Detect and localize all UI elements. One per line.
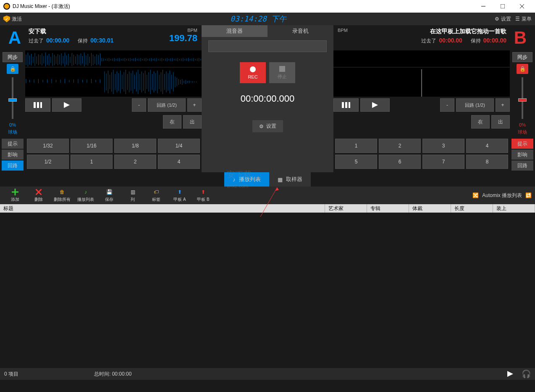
deck-b-waveform[interactable] — [333, 50, 510, 97]
deck-b-lock-button[interactable]: 🔒 — [517, 64, 528, 74]
top-toolbar: ✓ 激活 03:14:28 下午 ⚙ 设置 ☰ 菜单 — [0, 13, 535, 25]
record-settings-button[interactable]: ⚙ 设置 — [252, 120, 283, 132]
deck-a-loop-minus[interactable]: - — [132, 98, 146, 112]
deck-b-tab-loop[interactable]: 回路 — [511, 160, 533, 171]
deck-b-pad-5[interactable]: 5 — [335, 155, 377, 169]
maximize-button[interactable] — [493, 0, 512, 13]
deck-a-sync-button[interactable]: 同步 — [3, 52, 23, 62]
deck-a-tab-loop[interactable]: 回路 — [2, 160, 24, 171]
tool-tags[interactable]: 🏷标签 — [144, 188, 168, 203]
upload-icon: ⬆ — [199, 188, 207, 196]
deck-b-pad-3[interactable]: 3 — [422, 139, 464, 153]
col-album[interactable]: 专辑 — [367, 204, 409, 213]
tool-columns[interactable]: ▥列 — [121, 188, 144, 203]
deck-a-elapsed: 00:00.00 — [46, 37, 69, 44]
deck-b-pad-1[interactable]: 1 — [335, 139, 377, 153]
deck-b: B 在这甲板上加载它拖动一首歌 过去了00:00.00 保持00:00.00 B… — [333, 25, 535, 172]
annotation-arrow — [256, 187, 281, 221]
close-button[interactable] — [512, 0, 532, 13]
deck-a-pad-2[interactable]: 1/16 — [71, 139, 113, 153]
gear-icon: ⚙ — [495, 16, 499, 22]
svg-rect-188 — [349, 102, 350, 108]
deck-b-loop-plus[interactable]: + — [496, 98, 510, 112]
deck-b-elapsed-label: 过去了 — [421, 37, 436, 45]
deck-b-loop-minus[interactable]: - — [440, 98, 454, 112]
deck-a-tab-cue[interactable]: 提示 — [2, 139, 24, 149]
deck-b-sync-button[interactable]: 同步 — [512, 52, 532, 62]
svg-rect-1 — [501, 4, 505, 8]
deck-b-loop-out[interactable]: 出 — [491, 115, 510, 129]
deck-b-pitch-slider[interactable] — [517, 77, 527, 119]
deck-b-loop-in[interactable]: 在 — [471, 115, 490, 129]
columns-icon: ▥ — [129, 188, 136, 196]
svg-point-182 — [250, 66, 256, 72]
recording-name-input[interactable] — [208, 40, 327, 52]
deck-b-elapsed: 00:00.00 — [439, 37, 462, 44]
automix-label: Automix 播放列表 — [482, 192, 522, 199]
col-length[interactable]: 长度 — [451, 204, 493, 213]
deck-b-pad-6[interactable]: 6 — [379, 155, 421, 169]
settings-label: 设置 — [501, 16, 511, 23]
tool-delete-all[interactable]: 🗑删除所有 — [50, 188, 74, 203]
deck-a-loop-out[interactable]: 出 — [183, 115, 202, 129]
deck-a-pad-3[interactable]: 1/8 — [114, 139, 156, 153]
playlist-table-body[interactable] — [0, 213, 535, 368]
deck-b-loop-display[interactable]: 回路 (1/2) — [456, 98, 494, 112]
deck-a-tab-fx[interactable]: 影响 — [2, 150, 24, 160]
record-button[interactable]: REC — [240, 62, 266, 83]
deck-a-pause-button[interactable] — [25, 98, 50, 112]
tool-delete[interactable]: 删除 — [27, 188, 50, 203]
deck-a-pad-1[interactable]: 1/32 — [27, 139, 69, 153]
deck-a-loop-in[interactable]: 在 — [163, 115, 181, 129]
minimize-button[interactable] — [474, 0, 493, 13]
deck-a-pad-7[interactable]: 2 — [114, 155, 156, 169]
stop-record-button[interactable]: 停止 — [269, 62, 295, 83]
tool-deck-a[interactable]: ⬆甲板 A — [168, 188, 191, 203]
status-play-button[interactable] — [507, 371, 513, 377]
col-genre[interactable]: 体裁 — [409, 204, 451, 213]
col-artist[interactable]: 艺术家 — [325, 204, 367, 213]
window-title: DJ Music Mixer - (非激活) — [13, 3, 474, 10]
deck-a-pad-5[interactable]: 1/2 — [27, 155, 69, 169]
shuffle-icon: 🔀 — [472, 192, 479, 198]
tool-deck-b[interactable]: ⬆甲板 B — [191, 188, 215, 203]
activate-button[interactable]: ✓ 激活 — [3, 16, 22, 23]
deck-b-pad-4[interactable]: 4 — [466, 139, 508, 153]
deck-a-bpm: 199.78 — [169, 33, 197, 44]
deck-b-pause-button[interactable] — [333, 98, 359, 112]
automix-button[interactable]: 🔀 Automix 播放列表 🔁 — [472, 192, 532, 199]
deck-a-pad-8[interactable]: 4 — [158, 155, 200, 169]
tool-save[interactable]: 💾保存 — [97, 188, 121, 203]
deck-b-tab-cue[interactable]: 提示 — [511, 139, 533, 149]
deck-b-pad-7[interactable]: 7 — [422, 155, 464, 169]
tab-sampler[interactable]: ▦ 取样器 — [269, 172, 311, 187]
tab-mixer[interactable]: 混音器 — [202, 25, 268, 37]
col-loaded[interactable]: 装上 — [493, 204, 535, 213]
deck-a-pitch-slider[interactable] — [8, 77, 18, 119]
playlist-icon: ♪ — [82, 188, 89, 196]
lock-icon: 🔒 — [10, 66, 16, 72]
deck-b-remain-label: 保持 — [471, 37, 481, 45]
deck-a-waveform[interactable] — [25, 50, 202, 97]
tab-recorder[interactable]: 录音机 — [268, 25, 333, 37]
menu-button[interactable]: ☰ 菜单 — [515, 16, 532, 23]
deck-a-loop-display[interactable]: 回路 (1/2) — [148, 98, 186, 112]
deck-a-lock-button[interactable]: 🔒 — [7, 64, 18, 74]
deck-b-play-button[interactable] — [360, 98, 390, 112]
deck-a-pad-6[interactable]: 1 — [71, 155, 113, 169]
headphones-icon[interactable]: 🎧 — [522, 369, 531, 379]
tag-icon: 🏷 — [152, 188, 160, 196]
deck-b-pad-8[interactable]: 8 — [466, 155, 508, 169]
svg-marker-189 — [372, 102, 378, 108]
settings-button[interactable]: ⚙ 设置 — [495, 16, 511, 23]
svg-line-194 — [260, 187, 277, 217]
tool-playlist[interactable]: ♪播放列表 — [74, 188, 97, 203]
deck-b-pad-2[interactable]: 2 — [379, 139, 421, 153]
deck-a-pad-4[interactable]: 1/4 — [158, 139, 200, 153]
deck-b-tab-fx[interactable]: 影响 — [511, 150, 533, 160]
deck-b-bpm-label: BPM — [338, 28, 348, 33]
tool-add[interactable]: 添加 — [3, 188, 27, 203]
lock-icon: 🔒 — [519, 66, 526, 72]
deck-a-loop-plus[interactable]: + — [187, 98, 202, 112]
deck-a-play-button[interactable] — [52, 98, 81, 112]
